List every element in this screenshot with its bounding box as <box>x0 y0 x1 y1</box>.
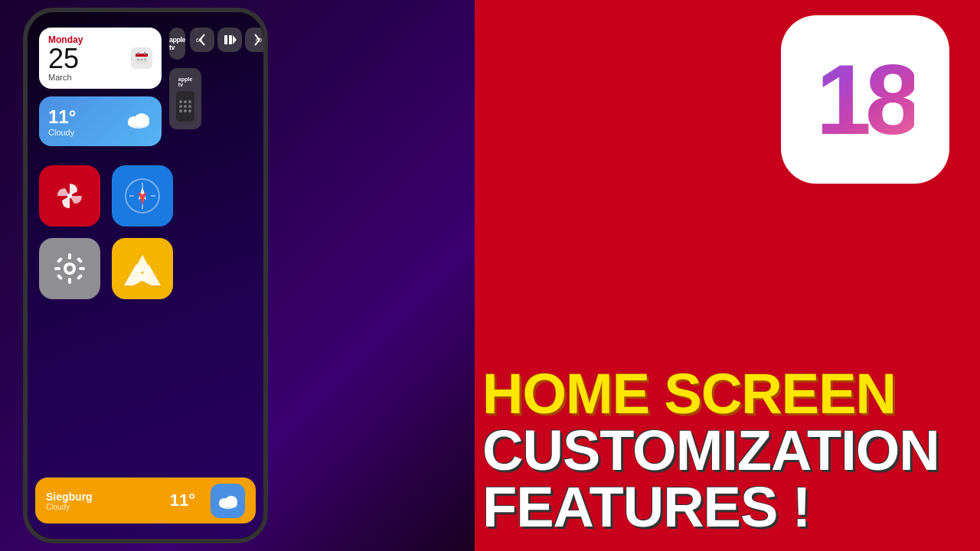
bottom-temperature: 11° <box>170 491 195 510</box>
svg-rect-1 <box>136 54 148 57</box>
bottom-city-info: Siegburg Cloudy <box>46 491 93 511</box>
bottom-weather-bar: Siegburg Cloudy 11° <box>35 478 256 523</box>
svg-rect-5 <box>141 59 143 60</box>
safari-app-icon[interactable] <box>112 165 173 227</box>
svg-rect-4 <box>137 59 139 60</box>
svg-rect-27 <box>54 267 60 270</box>
date-number: 25 <box>48 45 83 73</box>
phone-screen: Monday 25 March 11° Cloudy <box>28 12 263 539</box>
skip-back-button[interactable]: 60 <box>190 28 214 52</box>
weather-info: 11° Cloudy <box>48 106 76 137</box>
svg-rect-2 <box>138 52 139 55</box>
svg-point-24 <box>67 266 73 272</box>
date-month: March <box>48 73 83 82</box>
svg-rect-25 <box>68 253 71 259</box>
settings-app-icon[interactable] <box>39 238 100 299</box>
weather-cloud-icon <box>125 108 152 135</box>
svg-rect-12 <box>229 35 232 44</box>
svg-point-39 <box>225 496 237 507</box>
ios18-number: 18 <box>816 50 915 149</box>
svg-rect-32 <box>77 274 83 280</box>
app-icons-grid <box>39 165 173 299</box>
title-line2: CUSTOMIZATION <box>482 422 957 479</box>
ios18-badge: 18 <box>781 15 949 184</box>
svg-rect-11 <box>224 35 227 44</box>
svg-rect-3 <box>144 52 145 55</box>
svg-rect-26 <box>68 278 71 284</box>
svg-point-15 <box>67 194 72 198</box>
svg-marker-13 <box>233 35 237 44</box>
appletv-logo-button[interactable]: appletv <box>169 28 185 60</box>
title-line3: FEATURES ! <box>482 479 957 536</box>
pinwheel-app-icon[interactable] <box>39 165 100 227</box>
svg-rect-28 <box>79 267 85 270</box>
date-text-group: Monday 25 March <box>48 34 83 82</box>
calendar-icon <box>131 47 152 69</box>
weather-temperature: 11° <box>48 106 76 128</box>
phone-mockup: Monday 25 March 11° Cloudy <box>23 8 268 543</box>
appletv-media-controls: 60 60 <box>190 28 263 60</box>
bottom-city-description: Cloudy <box>46 503 93 511</box>
weather-widget: 11° Cloudy <box>39 96 162 146</box>
svg-rect-29 <box>57 257 63 263</box>
skip-forward-button[interactable]: 60 <box>245 28 263 52</box>
appletv-section: appletv 60 <box>169 28 257 129</box>
svg-rect-31 <box>57 274 63 280</box>
svg-rect-6 <box>144 59 146 60</box>
svg-rect-30 <box>77 257 83 263</box>
title-block: HOME SCREEN CUSTOMIZATION FEATURES ! <box>482 366 957 536</box>
bottom-cloud-icon <box>211 484 245 518</box>
svg-point-9 <box>134 113 149 127</box>
title-line1: HOME SCREEN <box>482 366 957 422</box>
weather-description: Cloudy <box>48 128 76 137</box>
play-pause-button[interactable] <box>217 28 242 52</box>
date-widget: Monday 25 March <box>39 28 162 89</box>
appletv-remote[interactable]: appletv <box>169 68 201 129</box>
google-drive-app-icon[interactable] <box>112 238 173 299</box>
bottom-city-name: Siegburg <box>46 491 93 503</box>
